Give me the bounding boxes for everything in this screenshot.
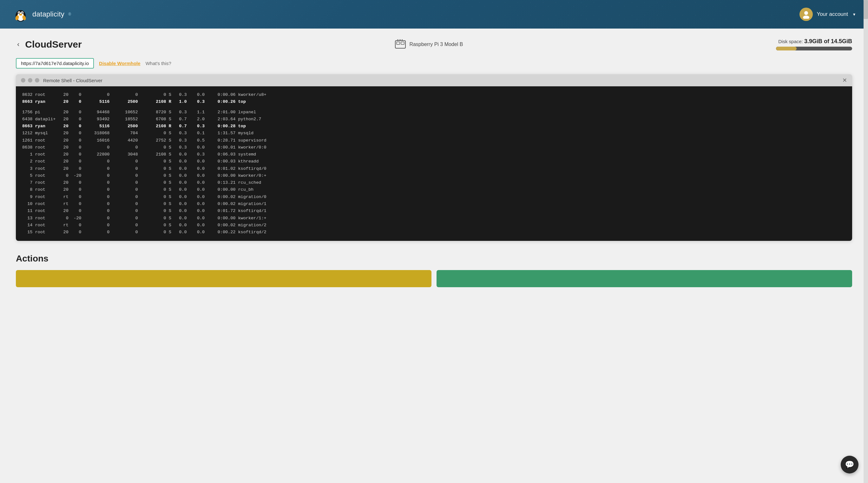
svg-point-4: [19, 12, 20, 13]
actions-buttons: [16, 270, 852, 287]
terminal-line: 3 root 20 0 0 0 0 S 0.0 0.0 0:01.02 ksof…: [22, 165, 846, 172]
chat-button[interactable]: 💬: [841, 456, 859, 474]
terminal-line: 8638 root 20 0 0 0 0 S 0.3 0.0 0:00.01 k…: [22, 144, 846, 151]
terminal-title: Remote Shell - CloudServer: [43, 78, 102, 83]
logo-area: dataplicity®: [13, 6, 71, 22]
back-button[interactable]: ‹: [16, 39, 21, 50]
disk-bar-fill: [776, 47, 797, 51]
logo-trademark: ®: [68, 12, 71, 17]
terminal-dots: [21, 78, 39, 83]
terminal-line: 7 root 20 0 0 0 0 S 0.0 0.0 0:13.21 rcu_…: [22, 179, 846, 186]
terminal-titlebar: Remote Shell - CloudServer ✕: [16, 74, 852, 86]
svg-rect-13: [401, 42, 404, 44]
terminal-line: 8632 root 20 0 0 0 0 S 0.3 0.0 0:00.06 k…: [22, 91, 846, 98]
svg-rect-12: [397, 42, 400, 44]
raspberry-pi-icon: [395, 39, 406, 50]
device-header: ‹ CloudServer Raspberry Pi 3 Model B Dis…: [16, 38, 852, 51]
terminal-line: 1756 pi 20 0 94468 10652 8720 S 0.3 1.1 …: [22, 109, 846, 116]
terminal-line: 2 root 20 0 0 0 0 S 0.0 0.0 0:00.03 kthr…: [22, 158, 846, 165]
dot-2: [28, 78, 32, 83]
terminal-line: 9 root rt 0 0 0 0 S 0.0 0.0 0:00.02 migr…: [22, 193, 846, 201]
terminal-line: 8663 ryan 20 0 5116 2500 2108 R 0.7 0.3 …: [22, 123, 846, 130]
wormhole-url[interactable]: https://7a7d617e7d.dataplicity.io: [16, 58, 94, 68]
terminal-line: 1 root 20 0 22800 3048 2108 S 0.0 0.3 0:…: [22, 151, 846, 158]
terminal-line: 13 root 0 -20 0 0 0 S 0.0 0.0 0:00.00 kw…: [22, 215, 846, 222]
disk-value: 3.9GiB of 14.5GiB: [804, 38, 852, 44]
terminal-line: 1261 root 20 0 16016 4420 2752 S 0.3 0.5…: [22, 137, 846, 144]
action-button-green[interactable]: [437, 270, 852, 287]
dot-3: [35, 78, 39, 83]
device-model-area: Raspberry Pi 3 Model B: [395, 39, 463, 50]
scrollbar-thumb[interactable]: [864, 0, 868, 19]
svg-point-5: [22, 12, 23, 13]
terminal-close-button[interactable]: ✕: [842, 78, 847, 83]
disk-bar-background: [776, 47, 852, 51]
svg-point-9: [804, 11, 808, 15]
dataplicity-logo-icon: [13, 6, 29, 22]
chat-icon: 💬: [845, 460, 855, 469]
scrollbar[interactable]: [864, 0, 868, 483]
disable-wormhole-link[interactable]: Disable Wormhole: [99, 61, 141, 66]
chevron-down-icon: ▾: [853, 12, 855, 17]
svg-point-10: [803, 16, 809, 19]
action-button-yellow[interactable]: [16, 270, 431, 287]
wormhole-row: https://7a7d617e7d.dataplicity.io Disabl…: [16, 58, 852, 68]
terminal-container: Remote Shell - CloudServer ✕ 8632 root 2…: [16, 74, 852, 241]
logo-text: dataplicity: [32, 10, 64, 19]
app-header: dataplicity® Your account ▾: [0, 0, 868, 29]
terminal-line: 11 root 20 0 0 0 0 S 0.0 0.0 0:01.72 kso…: [22, 208, 846, 214]
device-name: CloudServer: [25, 39, 82, 50]
terminal-line: 5 root 0 -20 0 0 0 S 0.0 0.0 0:00.00 kwo…: [22, 172, 846, 179]
terminal-line: 1212 mysql 20 0 318068 704 0 S 0.3 0.1 1…: [22, 130, 846, 137]
terminal-line: 14 root rt 0 0 0 0 S 0.0 0.0 0:00.02 mig…: [22, 222, 846, 229]
device-title-area: ‹ CloudServer: [16, 39, 82, 50]
svg-point-6: [19, 13, 22, 16]
main-content: ‹ CloudServer Raspberry Pi 3 Model B Dis…: [0, 29, 868, 297]
avatar: [800, 8, 813, 21]
device-model: Raspberry Pi 3 Model B: [409, 41, 463, 47]
account-menu[interactable]: Your account ▾: [800, 8, 855, 21]
terminal-line: 8663 ryan 20 0 5116 2500 2108 R 1.0 0.3 …: [22, 98, 846, 105]
whats-this-link[interactable]: What's this?: [146, 61, 171, 66]
terminal-line-spacer: [22, 106, 846, 109]
disk-space-area: Disk space: 3.9GiB of 14.5GiB: [776, 38, 852, 51]
terminal-line: 8 root 20 0 0 0 0 S 0.0 0.0 0:00.00 rcu_…: [22, 186, 846, 193]
terminal-line: 10 root rt 0 0 0 0 S 0.0 0.0 0:00.02 mig…: [22, 201, 846, 208]
actions-section: Actions: [16, 253, 852, 287]
account-label: Your account: [816, 11, 848, 18]
terminal-line: 6438 datapli+ 20 0 93492 18552 6708 S 0.…: [22, 116, 846, 123]
disk-label: Disk space: 3.9GiB of 14.5GiB: [776, 38, 852, 45]
terminal-line: 15 root 20 0 0 0 0 S 0.0 0.0 0:00.22 kso…: [22, 229, 846, 236]
actions-title: Actions: [16, 253, 852, 264]
dot-1: [21, 78, 25, 83]
terminal-body[interactable]: 8632 root 20 0 0 0 0 S 0.3 0.0 0:00.06 k…: [16, 86, 852, 241]
